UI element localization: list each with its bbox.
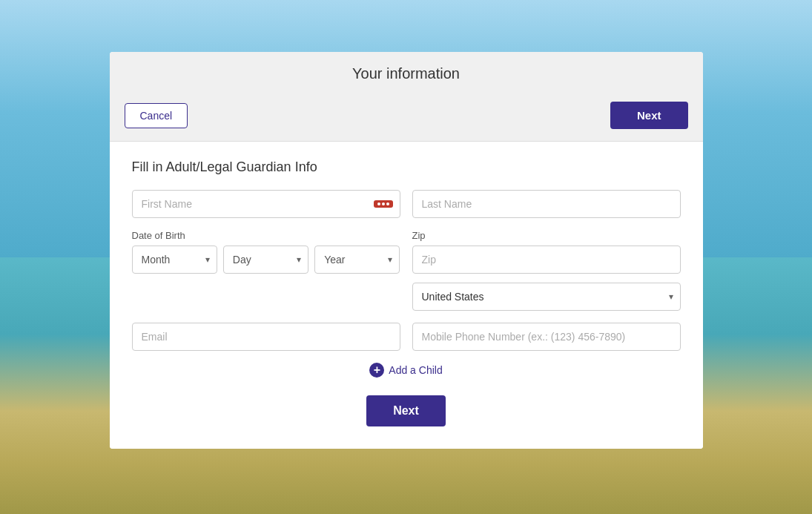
- last-name-input[interactable]: [412, 190, 681, 218]
- country-row: United States Canada Mexico United Kingd…: [412, 283, 681, 311]
- add-child-row[interactable]: + Add a Child: [132, 363, 681, 378]
- phone-input[interactable]: [412, 323, 681, 351]
- email-group: [132, 323, 400, 351]
- section-title: Fill in Adult/Legal Guardian Info: [132, 159, 681, 175]
- cancel-button[interactable]: Cancel: [125, 103, 188, 128]
- dot2: [382, 202, 385, 205]
- modal-title: Your information: [352, 65, 460, 82]
- dob-inputs: Month JanuaryFebruaryMarch AprilMayJune …: [132, 246, 400, 274]
- dob-section: Date of Birth Month JanuaryFebruaryMarch…: [132, 230, 400, 311]
- email-phone-row: [132, 323, 681, 351]
- phone-group: [412, 323, 681, 351]
- name-row: [132, 190, 681, 218]
- last-name-group: [412, 190, 681, 218]
- day-select-wrapper: Day 1234 5678 9101112 13141516 17181920 …: [223, 246, 308, 274]
- zip-input[interactable]: [412, 246, 681, 274]
- modal-toolbar: Cancel Next: [110, 96, 703, 142]
- zip-section: Zip United States Canada Mexico United K…: [412, 230, 681, 311]
- zip-label: Zip: [412, 230, 681, 241]
- dob-zip-row: Date of Birth Month JanuaryFebruaryMarch…: [132, 230, 681, 311]
- email-input[interactable]: [132, 323, 400, 351]
- country-select[interactable]: United States Canada Mexico United Kingd…: [412, 283, 681, 311]
- next-header-button[interactable]: Next: [610, 102, 688, 129]
- country-select-wrapper: United States Canada Mexico United Kingd…: [412, 283, 681, 311]
- day-select[interactable]: Day 1234 5678 9101112 13141516 17181920 …: [223, 246, 308, 274]
- modal-header: Your information: [110, 52, 703, 96]
- add-child-label: Add a Child: [389, 364, 442, 376]
- next-row: Next: [132, 395, 681, 426]
- first-name-wrapper: [132, 190, 400, 218]
- dob-label: Date of Birth: [132, 230, 400, 241]
- modal-body: Fill in Adult/Legal Guardian Info Date o…: [110, 142, 703, 449]
- add-child-icon: +: [369, 363, 384, 378]
- year-select-wrapper: Year 202420232010200019901980 ▾: [314, 246, 400, 274]
- first-name-input[interactable]: [132, 190, 400, 218]
- dot1: [377, 202, 380, 205]
- autofill-icon: [374, 200, 393, 208]
- month-select[interactable]: Month JanuaryFebruaryMarch AprilMayJune …: [132, 246, 217, 274]
- next-bottom-button[interactable]: Next: [366, 395, 446, 426]
- dot3: [386, 202, 389, 205]
- modal-container: Your information Cancel Next Fill in Adu…: [110, 52, 703, 449]
- year-select[interactable]: Year 202420232010200019901980: [314, 246, 400, 274]
- month-select-wrapper: Month JanuaryFebruaryMarch AprilMayJune …: [132, 246, 217, 274]
